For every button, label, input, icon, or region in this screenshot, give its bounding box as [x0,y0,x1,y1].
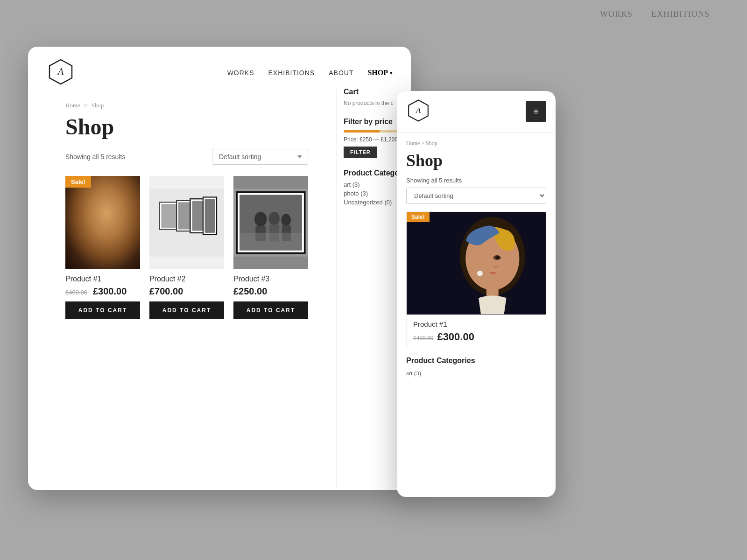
mobile-sort-select[interactable]: Default sorting Sort by price: low to hi… [406,188,546,204]
mobile-content: Home > Shop Shop Showing all 5 results D… [397,133,556,497]
nav-shop[interactable]: SHOP ▾ [367,69,392,77]
add-to-cart-1[interactable]: ADD TO CART [65,301,140,319]
category-uncategorized[interactable]: Uncategorized (0) [344,199,404,206]
breadcrumb-separator: > [84,102,87,109]
mobile-price-original-1: £400.00 [413,335,433,342]
sidebar-filter: Filter by price Price: £250 — £1,200 FIL… [344,118,404,158]
categories-title: Product Catego [344,169,404,177]
add-to-cart-2[interactable]: ADD TO CART [149,301,224,319]
background-nav: WORKS EXHIBITIONS [600,9,710,19]
desktop-inner: Home > Shop Shop Showing all 5 results D… [28,88,411,489]
mobile-product-info-1: Product #1 £400.00 £300.00 [407,315,546,349]
results-count: Showing all 5 results [65,153,125,161]
mobile-header: A ≡ [397,91,556,133]
price-current-1: £300.00 [93,286,127,296]
product-img-1 [65,176,140,269]
breadcrumb: Home > Shop [65,102,308,109]
category-photo[interactable]: photo (3) [344,190,404,197]
desktop-main: Home > Shop Shop Showing all 5 results D… [28,88,336,489]
desktop-header: A WORKS EXHIBITIONS ABOUT SHOP ▾ [28,47,411,88]
price-only-3: £250.00 [233,286,267,296]
mobile-results-count: Showing all 5 results [406,177,546,184]
mobile-price-current-1: £300.00 [437,331,474,343]
svg-text:A: A [57,66,64,77]
page-title: Shop [65,114,308,140]
product-img-wrap-3 [233,176,308,269]
filter-button[interactable]: FILTER [344,147,377,158]
hamburger-icon: ≡ [534,107,539,117]
desktop-card: A WORKS EXHIBITIONS ABOUT SHOP ▾ Home > … [28,47,411,490]
filter-title: Filter by price [344,118,404,126]
svg-point-28 [496,256,499,259]
price-original-1: £400.00 [65,289,87,296]
svg-point-14 [254,212,267,227]
shop-arrow-icon: ▾ [390,70,392,76]
products-grid: Sale! Product #1 £400.00 £300.00 ADD TO … [65,176,308,319]
breadcrumb-home[interactable]: Home [65,102,80,109]
product-img-3 [233,176,308,269]
svg-rect-20 [240,233,302,251]
product-img-wrap-1: Sale! [65,176,140,269]
filter-price: Price: £250 — £1,200 [344,136,404,143]
mobile-breadcrumb-current: Shop [426,140,437,147]
bg-nav-exhibitions: EXHIBITIONS [651,9,710,19]
sidebar-cart: Cart No products in the c [344,88,404,106]
sale-badge-1: Sale! [65,176,91,188]
mobile-breadcrumb-sep: > [421,140,426,147]
bg-nav-works: WORKS [600,9,633,19]
svg-point-16 [269,212,280,225]
product-img-2 [149,176,224,269]
sort-select[interactable]: Default sorting Sort by price: low to hi… [212,149,308,165]
nav-exhibitions[interactable]: EXHIBITIONS [268,69,315,77]
mobile-breadcrumb-home[interactable]: Home [406,140,420,147]
product-name-1: Product #1 [65,275,140,283]
bw-svg [233,176,308,269]
cart-empty: No products in the c [344,100,404,106]
mobile-page-title: Shop [406,151,546,170]
mobile-categories-title: Product Categories [406,357,546,365]
nav-works[interactable]: WORKS [227,69,254,77]
mobile-product-card-1: Sale! [406,211,546,349]
sidebar-categories: Product Catego art (3) photo (3) Uncateg… [344,169,404,206]
girl-face [65,176,140,269]
mobile-card: A ≡ Home > Shop Shop Showing all 5 resul… [397,91,556,497]
add-to-cart-3[interactable]: ADD TO CART [233,301,308,319]
svg-rect-4 [161,204,178,228]
mobile-product-img-1: Sale! [407,212,546,315]
mobile-pricing-1: £400.00 £300.00 [413,331,539,343]
product-card-1: Sale! Product #1 £400.00 £300.00 ADD TO … [65,176,140,319]
svg-point-29 [477,271,483,276]
hamburger-button[interactable]: ≡ [526,101,546,122]
mobile-product-name-1: Product #1 [413,320,539,328]
card-content: Home > Shop Shop Showing all 5 results D… [47,88,327,333]
product-card-3: Product #3 £250.00 ADD TO CART [233,176,308,319]
mobile-toolbar: Showing all 5 results Default sorting So… [406,177,546,204]
product-pricing-2: £700.00 [149,286,224,297]
mobile-girl-svg [407,212,546,315]
breadcrumb-current: Shop [92,102,104,109]
desktop-nav: WORKS EXHIBITIONS ABOUT SHOP ▾ [227,69,392,77]
product-name-3: Product #3 [233,275,308,283]
product-pricing-1: £400.00 £300.00 [65,286,140,297]
svg-rect-10 [205,199,215,233]
product-card-2: Product #2 £700.00 ADD TO CART [149,176,224,319]
product-name-2: Product #2 [149,275,224,283]
price-only-2: £700.00 [149,286,183,296]
mobile-category-art[interactable]: art (3) [406,370,546,377]
svg-point-18 [282,214,291,226]
product-pricing-3: £250.00 [233,286,308,297]
filter-bar[interactable] [344,130,404,133]
mobile-product-categories: Product Categories art (3) [406,357,546,377]
mobile-logo[interactable]: A [406,98,430,125]
shop-toolbar: Showing all 5 results Default sorting So… [65,149,308,165]
category-art[interactable]: art (3) [344,181,404,188]
gallery-svg [149,176,224,269]
nav-about[interactable]: ABOUT [329,69,353,77]
mobile-breadcrumb: Home > Shop [406,140,546,147]
logo[interactable]: A [47,58,75,88]
product-img-wrap-2 [149,176,224,269]
cart-title: Cart [344,88,404,96]
mobile-sale-badge: Sale! [407,212,430,222]
svg-text:A: A [416,106,421,115]
